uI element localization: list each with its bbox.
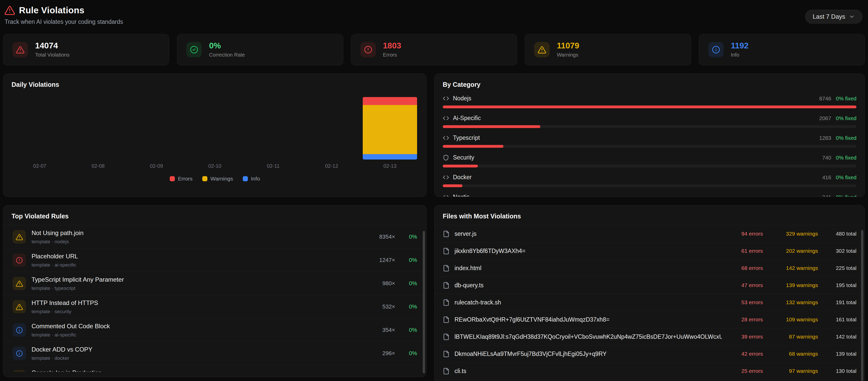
triangle-alert-icon <box>12 42 28 57</box>
file-name: jikxkn8Yb6f6TDyW3AXh4= <box>455 248 722 254</box>
rule-count: 980× <box>362 280 395 287</box>
code-icon <box>443 95 449 102</box>
category-count: 8746 <box>819 96 831 102</box>
file-warnings-count: 329 warnings <box>763 231 818 237</box>
rule-meta: template · ai-specific <box>32 332 110 338</box>
file-errors-count: 61 errors <box>722 248 763 254</box>
files-title: Files with Most Violations <box>435 205 865 225</box>
date-range-label: Last 7 Days <box>813 13 845 20</box>
file-name: cli.ts <box>455 368 722 375</box>
rule-row[interactable]: HTTP Instead of HTTPS template · securit… <box>3 295 426 318</box>
file-row[interactable]: cli.ts 25 errors 97 warnings 130 total <box>435 362 865 380</box>
rule-row[interactable]: Not Using path.join template · nodejs 83… <box>3 225 426 249</box>
rule-row[interactable]: Placeholder URL template · ai-specific 1… <box>3 249 426 272</box>
category-progress-track <box>443 145 857 148</box>
triangle-alert-icon <box>534 42 550 57</box>
x-axis-tick: 02-10 <box>186 163 244 169</box>
x-axis-tick: 02-07 <box>10 163 69 169</box>
category-fixed-pct: 0% fixed <box>836 154 857 161</box>
category-fixed-pct: 0% fixed <box>836 96 857 102</box>
file-row[interactable]: REwORbaXvtQtHR+7gl6UtZTVNF84iahdJuWmqzD3… <box>435 311 865 328</box>
rule-count: 354× <box>362 327 395 333</box>
category-count: 1283 <box>819 135 831 141</box>
category-progress-fill <box>443 184 462 187</box>
x-axis-tick: 02-09 <box>127 163 186 169</box>
file-errors-count: 25 errors <box>722 368 763 374</box>
code-icon <box>443 194 449 197</box>
rule-row[interactable]: Console.log in Production template · nod… <box>3 365 426 372</box>
file-total-count: 130 total <box>818 368 857 374</box>
stat-value: 14074 <box>35 41 69 50</box>
rule-count: 296× <box>362 350 395 357</box>
top-violated-rules-panel: Top Violated Rules Not Using path.join t… <box>3 205 427 377</box>
files-list: server.js 94 errors 329 warnings 480 tot… <box>435 225 865 380</box>
stat-label: Correction Rate <box>209 52 245 58</box>
file-name: REwORbaXvtQtHR+7gl6UtZTVNF84iahdJuWmqzD3… <box>455 316 722 323</box>
bar-segment-info <box>363 154 417 160</box>
file-total-count: 225 total <box>818 265 857 271</box>
file-icon <box>443 299 450 306</box>
category-name: Ai-Specific <box>453 115 481 122</box>
bar-segment-warnings <box>363 105 417 154</box>
rule-row[interactable]: TypeScript Implicit Any Parameter templa… <box>3 272 426 295</box>
file-name: db-query.ts <box>455 282 722 289</box>
triangle-alert-icon <box>5 5 15 15</box>
stat-value: 0% <box>209 41 245 50</box>
file-row[interactable]: rulecatch-track.sh 53 errors 132 warning… <box>435 294 865 311</box>
info-circle-icon <box>12 323 26 337</box>
rule-meta: template · nodejs <box>32 239 84 245</box>
category-row[interactable]: Nextjs 241 0% fixed <box>443 194 857 197</box>
files-scrollbar[interactable] <box>861 230 863 381</box>
file-name: lBTWELKIaq89t9Jl:s7qGdH38d37KQoCryoil+VC… <box>455 333 722 340</box>
daily-violations-chart <box>10 97 419 160</box>
rule-title: Commented Out Code Block <box>32 323 110 330</box>
rule-title: TypeScript Implicit Any Parameter <box>32 276 124 283</box>
category-list: Nodejs 8746 0% fixed Ai-Specific 2067 0%… <box>435 94 865 197</box>
legend-item[interactable]: Errors <box>170 176 192 182</box>
x-axis-tick: 02-11 <box>244 163 303 169</box>
by-category-panel: By Category Nodejs 8746 0% fixed Ai-Spec… <box>434 73 865 197</box>
category-row[interactable]: Security 740 0% fixed <box>443 154 857 168</box>
chart-slot <box>186 97 244 160</box>
file-row[interactable]: db-query.ts 47 errors 139 warnings 195 t… <box>435 277 865 294</box>
category-progress-track <box>443 184 857 187</box>
category-row[interactable]: Docker 416 0% fixed <box>443 174 857 187</box>
page-header: Rule Violations Track when AI violates y… <box>3 4 865 25</box>
code-icon <box>443 115 449 122</box>
rule-title: HTTP Instead of HTTPS <box>32 299 98 307</box>
rule-title: Not Using path.join <box>32 230 84 237</box>
rule-fixed-pct: 0% <box>395 303 417 310</box>
file-row[interactable]: server.js 94 errors 329 warnings 480 tot… <box>435 225 865 242</box>
category-row[interactable]: Nodejs 8746 0% fixed <box>443 95 857 108</box>
category-count: 241 <box>822 194 831 197</box>
file-row[interactable]: jikxkn8Yb6f6TDyW3AXh4= 61 errors 202 war… <box>435 242 865 259</box>
stat-label: Info <box>731 52 748 58</box>
rule-meta: template · docker <box>32 355 92 361</box>
file-row[interactable]: DkmoaNHiELsAa9TMvrF5uj7Bd3VjCFvlLjhEgi05… <box>435 345 865 362</box>
chart-slot <box>10 97 69 160</box>
file-row[interactable]: lBTWELKIaq89t9Jl:s7qGdH38d37KQoCryoil+VC… <box>435 328 865 345</box>
category-row[interactable]: Typescript 1283 0% fixed <box>443 134 857 148</box>
rules-scrollbar[interactable] <box>423 231 425 373</box>
daily-violations-title: Daily Violations <box>3 74 426 94</box>
legend-item[interactable]: Warnings <box>202 176 233 182</box>
chart-slot <box>69 97 127 160</box>
info-circle-icon <box>708 42 724 57</box>
top-violated-rules-title: Top Violated Rules <box>3 205 426 225</box>
legend-item[interactable]: Info <box>243 176 260 182</box>
rule-fixed-pct: 0% <box>395 280 417 287</box>
rule-row[interactable]: Docker ADD vs COPY template · docker 296… <box>3 342 426 365</box>
triangle-alert-icon <box>12 370 26 372</box>
page-title: Rule Violations <box>19 5 84 15</box>
category-name: Docker <box>453 174 472 181</box>
rule-fixed-pct: 0% <box>395 350 417 357</box>
triangle-alert-icon <box>12 300 26 313</box>
date-range-selector[interactable]: Last 7 Days <box>805 10 862 24</box>
rule-row[interactable]: Commented Out Code Block template · ai-s… <box>3 318 426 342</box>
file-row[interactable]: index.html 68 errors 142 warnings 225 to… <box>435 259 865 277</box>
stat-card: 14074 Total Violations <box>3 34 169 65</box>
category-row[interactable]: Ai-Specific 2067 0% fixed <box>443 115 857 128</box>
rule-count: 1247× <box>362 257 395 264</box>
stacked-bar[interactable] <box>363 97 417 160</box>
file-warnings-count: 109 warnings <box>763 316 818 323</box>
